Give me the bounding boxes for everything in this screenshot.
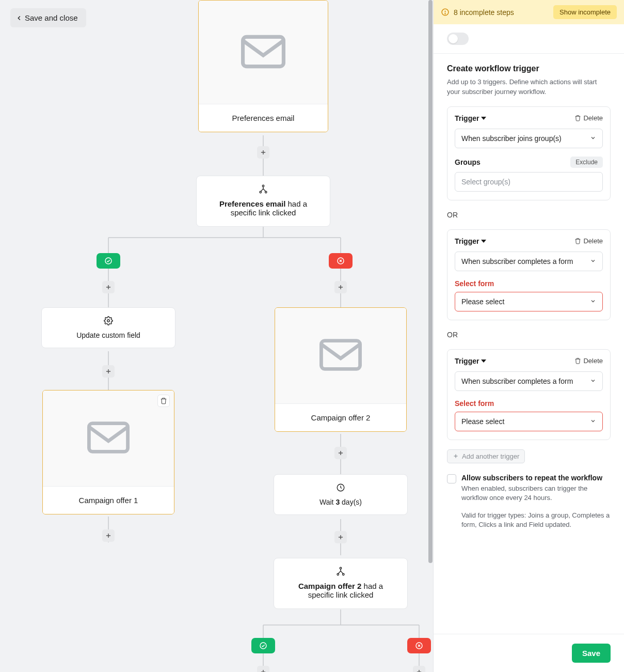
save-and-close-button[interactable]: Save and close [10,8,86,27]
svg-point-18 [260,191,261,193]
trigger-card-3: Trigger Delete When subscriber completes… [447,349,611,440]
condition-no-chip[interactable] [329,253,353,269]
plus-icon [453,453,459,459]
trigger-side-panel: 8 incomplete steps Show incomplete Creat… [433,0,624,672]
form-select[interactable]: Please select [455,292,603,311]
panel-subtitle: Add up to 3 triggers. Define which actio… [447,77,611,97]
mail-icon [241,35,285,70]
panel-title: Create workflow trigger [447,64,611,73]
trigger-label[interactable]: Trigger [455,114,486,122]
repeat-subtitle: When enabled, subscribers can trigger th… [461,484,611,503]
alert-circle-icon [441,8,450,17]
split-icon [284,567,397,577]
condition-node-preferences-link[interactable]: Preferences email had a specific link cl… [196,176,330,227]
select-form-label: Select form [455,279,603,288]
repeat-valid-note: Valid for trigger types: Joins a group, … [447,511,611,529]
email-node-campaign-offer-1[interactable]: Campaign offer 1 [42,390,174,514]
delete-trigger-button[interactable]: Delete [574,114,603,122]
chevron-down-icon [590,257,596,265]
mail-icon [87,421,130,455]
svg-point-38 [340,567,341,569]
add-step-button[interactable] [257,146,269,159]
trash-icon [574,357,581,364]
add-step-button[interactable] [334,447,347,459]
condition-node-campaign2-link[interactable]: Campaign offer 2 had a specific link cli… [274,558,408,609]
panel-footer: Save [434,634,624,672]
svg-point-17 [262,185,264,186]
add-another-trigger-button[interactable]: Add another trigger [447,449,525,463]
trigger-label[interactable]: Trigger [455,237,486,245]
delay-node[interactable]: Wait 3 day(s) [274,474,408,515]
or-separator: OR [447,331,611,339]
add-step-button[interactable] [334,531,347,543]
gear-icon [47,316,170,327]
email-node-title: Campaign offer 2 [275,403,406,431]
add-step-button[interactable] [413,666,425,672]
chevron-left-icon [15,14,23,22]
delete-trigger-button[interactable]: Delete [574,357,603,365]
workflow-active-toggle[interactable] [447,33,469,45]
add-step-button[interactable] [102,281,115,293]
svg-rect-29 [89,424,127,452]
chevron-down-icon [590,377,596,385]
chevron-down-icon [590,417,596,426]
or-separator: OR [447,211,611,219]
svg-point-19 [265,191,267,193]
email-node-title: Campaign offer 1 [43,486,174,514]
svg-point-26 [107,320,110,322]
incomplete-banner: 8 incomplete steps Show incomplete [434,0,624,24]
condition-yes-chip[interactable] [97,253,120,269]
trigger-type-select[interactable]: When subscriber joins group(s) [455,129,603,148]
trigger-type-select[interactable]: When subscriber completes a form [455,252,603,271]
svg-point-39 [337,573,339,575]
mail-icon [319,339,362,372]
split-icon [207,184,319,195]
email-node-preferences[interactable]: Preferences email [198,0,328,132]
svg-rect-32 [321,341,360,369]
condition-yes-chip[interactable] [251,638,275,653]
add-step-button[interactable] [257,666,269,672]
groups-select[interactable]: Select group(s) [455,172,603,192]
banner-text: 8 incomplete steps [454,8,514,17]
chevron-down-icon [590,298,596,306]
email-node-title: Preferences email [199,104,328,132]
svg-point-49 [445,13,445,14]
repeat-title: Allow subscribers to repeat the workflow [461,474,611,482]
delete-trigger-button[interactable]: Delete [574,237,603,245]
save-button[interactable]: Save [572,644,611,663]
add-step-button[interactable] [102,365,115,378]
exclude-button[interactable]: Exclude [570,157,603,168]
add-step-button[interactable] [334,281,347,293]
clock-icon [279,483,402,494]
trash-icon [574,238,581,244]
select-form-label: Select form [455,399,603,408]
trigger-card-2: Trigger Delete When subscriber completes… [447,229,611,320]
repeat-workflow-row: Allow subscribers to repeat the workflow… [447,474,611,503]
condition-no-chip[interactable] [407,638,431,653]
trigger-label[interactable]: Trigger [455,357,486,365]
trigger-card-1: Trigger Delete When subscriber joins gro… [447,106,611,200]
chevron-down-icon [590,134,596,143]
caret-down-icon [481,358,486,364]
email-node-campaign-offer-2[interactable]: Campaign offer 2 [275,307,407,432]
show-incomplete-button[interactable]: Show incomplete [553,5,617,19]
workflow-active-toggle-row [434,24,624,54]
action-node-update-field[interactable]: Update custom field [41,307,175,348]
repeat-workflow-checkbox[interactable] [447,474,456,483]
svg-point-40 [343,573,344,575]
trigger-type-select[interactable]: When subscriber completes a form [455,371,603,391]
form-select[interactable]: Please select [455,412,603,431]
trash-icon [574,115,581,121]
workflow-canvas: Preferences email Preferences email had … [0,0,449,672]
groups-field-label: Groups Exclude [455,157,603,168]
delete-node-button[interactable] [157,395,170,407]
svg-rect-14 [243,37,284,66]
caret-down-icon [481,116,486,121]
add-step-button[interactable] [102,529,115,542]
panel-scrollbar[interactable] [428,0,433,563]
caret-down-icon [481,239,486,244]
action-node-label: Update custom field [47,331,170,339]
